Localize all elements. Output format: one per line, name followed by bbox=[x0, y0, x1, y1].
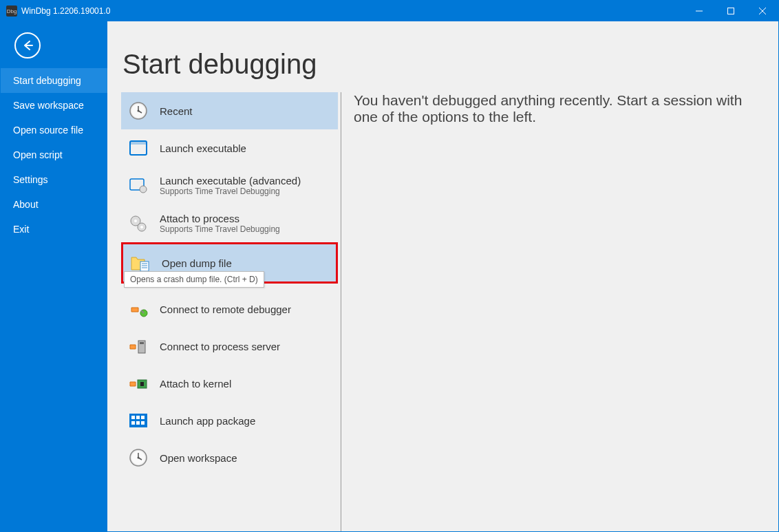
sidebar-item-exit[interactable]: Exit bbox=[1, 217, 107, 242]
titlebar: Dbg WinDbg 1.2206.19001.0 bbox=[1, 1, 778, 21]
svg-point-16 bbox=[140, 226, 143, 228]
option-label: Connect to remote debugger bbox=[160, 304, 291, 315]
svg-rect-25 bbox=[140, 382, 144, 386]
svg-rect-27 bbox=[131, 416, 135, 419]
options-column: Recent Launch executable bbox=[121, 92, 341, 531]
sidebar-item-label: Save workspace bbox=[13, 100, 84, 111]
tooltip-text: Opens a crash dump file. (Ctrl + D) bbox=[130, 275, 258, 284]
option-text: Connect to process server bbox=[160, 341, 280, 352]
tooltip: Opens a crash dump file. (Ctrl + D) bbox=[124, 271, 264, 288]
detail-column: You haven't debugged anything recently. … bbox=[341, 92, 778, 531]
option-text: Launch executable bbox=[160, 142, 246, 154]
option-label: Launch executable (advanced) bbox=[160, 175, 301, 187]
svg-rect-23 bbox=[140, 342, 144, 344]
sidebar-item-start-debugging[interactable]: Start debugging bbox=[1, 68, 107, 93]
detail-text: You haven't debugged anything recently. … bbox=[354, 92, 758, 125]
option-launch-app-package[interactable]: Launch app package bbox=[121, 402, 338, 439]
arrow-left-icon bbox=[21, 39, 34, 52]
option-recent[interactable]: Recent bbox=[121, 92, 338, 129]
option-text: Recent bbox=[160, 105, 193, 117]
plug-chip-icon bbox=[128, 373, 149, 394]
svg-rect-32 bbox=[141, 421, 145, 425]
app-icon: Dbg bbox=[6, 6, 17, 17]
option-subtitle: Supports Time Travel Debugging bbox=[160, 224, 280, 234]
svg-point-12 bbox=[140, 186, 147, 193]
option-text: Launch executable (advanced) Supports Ti… bbox=[160, 175, 301, 196]
option-text: Connect to remote debugger bbox=[160, 304, 291, 315]
sidebar-item-save-workspace[interactable]: Save workspace bbox=[1, 93, 107, 118]
back-button-wrap bbox=[1, 21, 107, 68]
svg-point-8 bbox=[138, 110, 140, 112]
body: Start debugging Save workspace Open sour… bbox=[1, 21, 778, 531]
apps-grid-icon bbox=[128, 410, 149, 431]
app-window: Dbg WinDbg 1.2206.19001.0 bbox=[0, 0, 779, 532]
clock-icon bbox=[128, 447, 149, 468]
svg-rect-17 bbox=[140, 262, 149, 271]
option-launch-executable[interactable]: Launch executable bbox=[121, 129, 338, 167]
svg-point-37 bbox=[138, 457, 140, 459]
option-subtitle: Supports Time Travel Debugging bbox=[160, 187, 301, 196]
option-text: Attach to process Supports Time Travel D… bbox=[160, 213, 280, 234]
option-connect-process-server[interactable]: Connect to process server bbox=[121, 328, 338, 365]
sidebar-item-about[interactable]: About bbox=[1, 192, 107, 217]
sidebar-item-label: About bbox=[13, 199, 39, 210]
window-gear-icon bbox=[128, 175, 149, 196]
option-label: Open dump file bbox=[162, 257, 232, 269]
option-text: Attach to kernel bbox=[160, 378, 231, 390]
option-connect-remote-debugger[interactable]: Connect to remote debugger bbox=[121, 290, 338, 328]
clock-icon bbox=[128, 100, 149, 121]
svg-rect-1 bbox=[728, 8, 734, 14]
option-label: Open workspace bbox=[160, 452, 237, 464]
option-label: Recent bbox=[160, 105, 193, 117]
sidebar-item-label: Settings bbox=[13, 174, 48, 185]
titlebar-left: Dbg WinDbg 1.2206.19001.0 bbox=[6, 6, 110, 17]
window-icon bbox=[128, 138, 149, 158]
gears-icon bbox=[128, 213, 149, 234]
sidebar-item-label: Open source file bbox=[13, 125, 83, 136]
option-attach-to-kernel[interactable]: Attach to kernel bbox=[121, 365, 338, 402]
sidebar-item-label: Open script bbox=[13, 149, 63, 160]
svg-rect-29 bbox=[141, 416, 145, 419]
sidebar-item-label: Exit bbox=[13, 224, 29, 235]
option-open-workspace[interactable]: Open workspace bbox=[121, 439, 338, 476]
option-text: Open workspace bbox=[160, 452, 237, 464]
option-label: Launch app package bbox=[160, 415, 255, 427]
svg-rect-28 bbox=[136, 416, 140, 419]
sidebar: Start debugging Save workspace Open sour… bbox=[1, 21, 107, 531]
close-button[interactable] bbox=[747, 1, 778, 21]
option-label: Attach to process bbox=[160, 213, 280, 224]
option-label: Attach to kernel bbox=[160, 378, 231, 390]
option-label: Connect to process server bbox=[160, 341, 280, 352]
window-controls bbox=[683, 1, 778, 21]
svg-rect-30 bbox=[131, 421, 135, 425]
plug-server-icon bbox=[128, 336, 149, 357]
option-label: Launch executable bbox=[160, 142, 246, 154]
sidebar-item-open-source-file[interactable]: Open source file bbox=[1, 118, 107, 142]
svg-rect-31 bbox=[136, 421, 140, 425]
minimize-button[interactable] bbox=[683, 1, 715, 21]
sidebar-item-settings[interactable]: Settings bbox=[1, 167, 107, 192]
svg-rect-10 bbox=[130, 141, 147, 145]
back-button[interactable] bbox=[14, 32, 41, 58]
maximize-button[interactable] bbox=[715, 1, 747, 21]
columns: Recent Launch executable bbox=[121, 92, 778, 531]
svg-point-15 bbox=[134, 220, 137, 222]
page-title: Start debugging bbox=[121, 49, 778, 80]
sidebar-item-label: Start debugging bbox=[13, 75, 81, 86]
option-launch-executable-advanced[interactable]: Launch executable (advanced) Supports Ti… bbox=[121, 167, 338, 204]
content: Start debugging Recent bbox=[107, 21, 778, 531]
window-title: WinDbg 1.2206.19001.0 bbox=[21, 6, 110, 16]
sidebar-item-open-script[interactable]: Open script bbox=[1, 142, 107, 167]
plug-remote-icon bbox=[128, 299, 149, 319]
option-text: Launch app package bbox=[160, 415, 255, 427]
option-text: Open dump file bbox=[162, 257, 232, 269]
folder-file-icon bbox=[130, 253, 151, 273]
option-attach-to-process[interactable]: Attach to process Supports Time Travel D… bbox=[121, 204, 338, 242]
